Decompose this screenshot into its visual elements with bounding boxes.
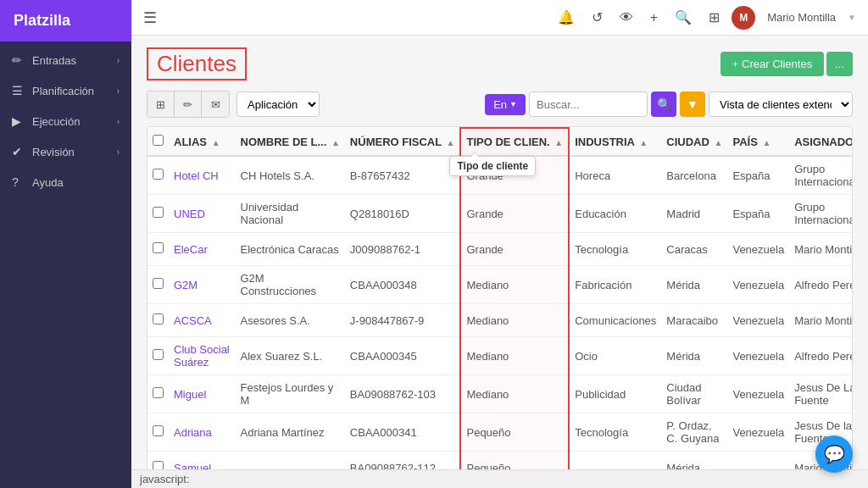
plus-icon[interactable]: + (650, 10, 658, 25)
chevron-icon: › (117, 56, 120, 65)
cell-industria: Educación (569, 195, 661, 233)
table-row: Miguel Festejos Lourdes y M BA09088762-1… (147, 375, 853, 413)
col-fiscal[interactable]: NÚMERO FISCAL ▲ (345, 128, 461, 156)
col-alias[interactable]: ALIAS ▲ (169, 128, 236, 156)
alias-link[interactable]: ACSCA (174, 314, 212, 327)
col-ciudad[interactable]: CIUDAD ▲ (661, 128, 727, 156)
sidebar-item-ejecucion[interactable]: ▶ Ejecución › (0, 106, 131, 136)
col-tipo[interactable]: TIPO DE CLIEN. ▲ Tipo de cliente (460, 128, 569, 156)
cell-nombre: Electrónica Caracas (236, 233, 345, 266)
select-all-checkbox[interactable] (153, 135, 164, 146)
col-asignado[interactable]: ASIGNADO A ▲ (789, 128, 853, 156)
sidebar-item-label: Ejecución (32, 115, 110, 128)
bell-icon[interactable]: 🔔 (558, 9, 575, 25)
sidebar: Platzilla ✏ Entradas › ☰ Planificación ›… (0, 0, 131, 488)
table-row: Hotel CH CH Hotels S.A. B-87657432 Grand… (147, 156, 853, 195)
dropdown-arrow: ▼ (509, 100, 517, 108)
apps-icon[interactable]: ⊞ (709, 9, 720, 25)
avatar[interactable]: M (732, 6, 755, 30)
cell-alias: Samuel (169, 452, 236, 470)
search-button[interactable]: 🔍 (651, 92, 676, 117)
col-pais[interactable]: PAÍS ▲ (727, 128, 789, 156)
search-input[interactable] (529, 92, 648, 117)
alias-link[interactable]: Samuel (174, 462, 211, 470)
cell-ciudad: Mérida (661, 266, 727, 304)
cell-fiscal: Q2818016D (345, 195, 461, 233)
alias-link[interactable]: UNED (174, 208, 205, 220)
cell-alias: G2M (169, 266, 236, 304)
sidebar-item-ayuda[interactable]: ? Ayuda (0, 167, 131, 197)
alias-link[interactable]: Club Social Suárez (174, 343, 230, 369)
row-checkbox[interactable] (153, 242, 164, 253)
row-checkbox[interactable] (153, 207, 164, 218)
main-content: ☰ 🔔 ↺ 👁 + 🔍 ⊞ M Mario Montilla ▼ Cliente… (131, 0, 868, 488)
app-select[interactable]: Aplicación (236, 92, 320, 117)
grid-view-button[interactable]: ⊞ (147, 92, 175, 117)
email-button[interactable]: ✉ (202, 92, 229, 117)
topbar: ☰ 🔔 ↺ 👁 + 🔍 ⊞ M Mario Montilla ▼ (131, 0, 868, 36)
content-area: Clientes + Crear Clientes ... ⊞ ✏ ✉ Apli… (131, 36, 868, 469)
cell-ciudad: Madrid (661, 195, 727, 233)
tipo-header-wrapper: TIPO DE CLIEN. ▲ Tipo de cliente (466, 136, 563, 148)
sidebar-item-revision[interactable]: ✔ Revisión › (0, 136, 131, 167)
refresh-icon[interactable]: ↺ (592, 9, 603, 25)
edit-button[interactable]: ✏ (175, 92, 202, 117)
username[interactable]: Mario Montilla (767, 11, 836, 24)
cell-pais: España (727, 195, 789, 233)
filter-button[interactable]: ▼ (680, 92, 705, 117)
cell-pais: Venezuela (727, 375, 789, 413)
cell-asignado: Mario Montilla (789, 304, 853, 337)
row-checkbox[interactable] (153, 313, 164, 324)
row-checkbox[interactable] (153, 387, 164, 398)
cell-tipo: Mediano (460, 375, 569, 413)
hamburger-icon[interactable]: ☰ (143, 8, 157, 27)
chat-bubble[interactable]: 💬 (815, 435, 853, 473)
cell-fiscal: BA09088762-112 (345, 452, 461, 470)
sidebar-item-label: Planificación (32, 85, 110, 97)
create-clients-button[interactable]: + Crear Clientes (721, 52, 824, 76)
search-icon[interactable]: 🔍 (675, 9, 692, 25)
alias-link[interactable]: EleCar (174, 243, 208, 256)
cell-fiscal: CBAA000341 (345, 413, 461, 452)
row-checkbox-cell (147, 156, 169, 195)
cell-tipo: Mediano (460, 337, 569, 375)
page-title: Clientes (147, 47, 247, 80)
language-button[interactable]: En ▼ (485, 94, 526, 115)
alias-link[interactable]: G2M (174, 279, 198, 291)
more-button[interactable]: ... (826, 52, 853, 76)
view-select[interactable]: Vista de clientes extendida (709, 92, 853, 117)
row-checkbox[interactable] (153, 349, 164, 360)
cell-asignado: Mario Montilla (789, 233, 853, 266)
cell-nombre: Adriana Martínez (236, 413, 345, 452)
cell-fiscal: J009088762-1 (345, 233, 461, 266)
help-icon: ? (12, 175, 25, 189)
chevron-icon: › (117, 147, 120, 157)
row-checkbox[interactable] (153, 461, 164, 469)
row-checkbox[interactable] (153, 278, 164, 289)
col-nombre[interactable]: NOMBRE DE L... ▲ (236, 128, 345, 156)
col-industria[interactable]: INDUSTRIA ▲ (569, 128, 661, 156)
cell-nombre: Asesores S.A. (236, 304, 345, 337)
sidebar-item-planificacion[interactable]: ☰ Planificación › (0, 75, 131, 106)
row-checkbox[interactable] (153, 169, 164, 180)
cell-nombre: CH Hotels S.A. (236, 156, 345, 195)
header-actions: + Crear Clientes ... (721, 52, 853, 76)
toolbar-icon-group: ⊞ ✏ ✉ (147, 91, 230, 118)
cell-industria: Tecnología (569, 413, 661, 452)
alias-link[interactable]: Hotel CH (174, 169, 219, 182)
eye-icon[interactable]: 👁 (620, 10, 633, 25)
row-checkbox-cell (147, 375, 169, 413)
chevron-icon: › (117, 117, 120, 126)
cell-pais: Venezuela (727, 266, 789, 304)
row-checkbox[interactable] (153, 425, 164, 436)
cell-asignado: Alfredo Perez (789, 266, 853, 304)
alias-link[interactable]: Adriana (174, 426, 212, 439)
cell-pais (727, 452, 789, 470)
app-logo: Platzilla (0, 0, 131, 42)
chevron-icon: › (117, 86, 120, 96)
search-group: En ▼ 🔍 ▼ Vista de clientes extendida (485, 92, 853, 117)
cell-alias: Hotel CH (169, 156, 236, 195)
alias-link[interactable]: Miguel (174, 388, 206, 401)
sidebar-item-entradas[interactable]: ✏ Entradas › (0, 45, 131, 75)
cell-alias: ACSCA (169, 304, 236, 337)
